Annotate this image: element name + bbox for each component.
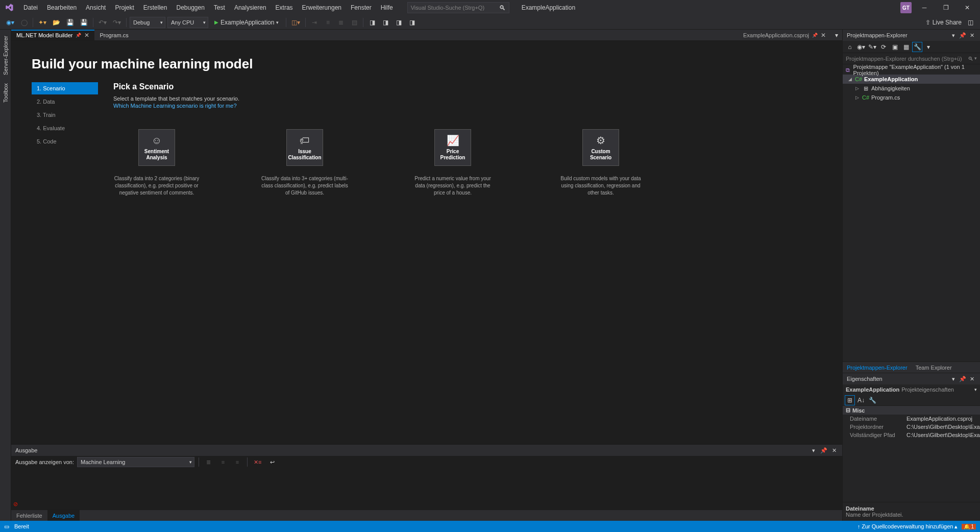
expand-icon[interactable]: ▷	[854, 95, 860, 100]
panel-close-icon[interactable]: ✕	[968, 375, 976, 383]
toolbar-bookmark-1[interactable]: ◨	[366, 17, 378, 28]
props-row-dateiname[interactable]: Dateiname ExampleApplication.csproj	[843, 415, 980, 423]
scenario-sentiment-card[interactable]: ☺ SentimentAnalysis	[138, 129, 175, 166]
feedback-button[interactable]: ◫	[965, 17, 976, 28]
run-button[interactable]: ▶ ExampleApplication ▾	[210, 17, 283, 28]
close-icon[interactable]: ✕	[84, 32, 89, 39]
redo-button[interactable]: ↷▾	[111, 17, 123, 28]
step-code[interactable]: 5. Code	[32, 135, 98, 148]
menu-erstellen[interactable]: Erstellen	[139, 2, 172, 13]
menu-erweiterungen[interactable]: Erweiterungen	[298, 2, 346, 13]
expand-icon[interactable]: ◢	[847, 77, 853, 82]
undo-button[interactable]: ↶▾	[96, 17, 109, 28]
nav-forward-button[interactable]: ◯	[18, 17, 30, 28]
toolbar-bookmark-4[interactable]: ◨	[406, 17, 418, 28]
props-alpha-icon[interactable]: A↓	[856, 395, 866, 405]
tab-solution-explorer[interactable]: Projektmappen-Explorer	[843, 362, 912, 373]
se-collapse-icon[interactable]: ▣	[890, 42, 900, 52]
server-explorer-tab[interactable]: Server-Explorer	[2, 32, 10, 79]
properties-subject-dropdown[interactable]: ExampleApplication Projekteigenschaften	[843, 384, 980, 395]
output-tb-1[interactable]: ≣	[203, 456, 214, 468]
panel-close-icon[interactable]: ✕	[968, 31, 976, 39]
se-home-icon[interactable]: ⌂	[845, 42, 855, 52]
se-preview-icon[interactable]: ▾	[923, 42, 934, 52]
output-clear-button[interactable]: ✕≡	[252, 456, 263, 468]
se-toggle-icon[interactable]: ◉▾	[856, 42, 866, 52]
menu-fenster[interactable]: Fenster	[347, 2, 376, 13]
panel-pin-icon[interactable]: 📌	[820, 446, 828, 454]
scenario-price-card[interactable]: 📈 PricePrediction	[434, 129, 471, 166]
menu-hilfe[interactable]: Hilfe	[377, 2, 397, 13]
close-icon[interactable]: ✕	[821, 32, 826, 39]
platform-dropdown[interactable]: Any CPU	[167, 17, 208, 28]
quick-search-input[interactable]: Visual Studio-Suche (Strg+Q) 🔍︎	[407, 2, 509, 13]
notifications-button[interactable]: 🔔 1	[962, 524, 976, 529]
toolbar-icon-1[interactable]: ◫▾	[289, 17, 302, 28]
maximize-button[interactable]: ❐	[937, 1, 954, 14]
toolbox-tab[interactable]: Toolbox	[2, 79, 10, 107]
nav-back-button[interactable]: ◉▾	[4, 17, 16, 28]
scenario-issue-card[interactable]: 🏷 IssueClassification	[286, 129, 323, 166]
pin-icon[interactable]: 📌	[76, 33, 81, 38]
tree-solution[interactable]: ⧉ Projektmappe "ExampleApplication" (1 v…	[843, 65, 980, 75]
props-row-projektordner[interactable]: Projektordner C:\Users\Gilbert\Desktop\E…	[843, 423, 980, 431]
step-evaluate[interactable]: 4. Evaluate	[32, 122, 98, 134]
panel-dropdown-icon[interactable]: ▾	[810, 446, 818, 454]
menu-ansicht[interactable]: Ansicht	[82, 2, 110, 13]
panel-pin-icon[interactable]: 📌	[959, 31, 967, 39]
save-button[interactable]: 💾	[64, 17, 76, 28]
tree-program-cs[interactable]: ▷ C# Program.cs	[843, 93, 980, 102]
live-share-button[interactable]: ⇪ Live Share	[925, 19, 962, 26]
tab-fehlerliste[interactable]: Fehlerliste	[11, 510, 47, 521]
toolbar-bookmark-3[interactable]: ◨	[393, 17, 404, 28]
save-all-button[interactable]: 💾	[78, 17, 90, 28]
toolbar-bookmark-2[interactable]: ◨	[380, 17, 391, 28]
menu-bearbeiten[interactable]: Bearbeiten	[43, 2, 81, 13]
props-row-vollstaendiger-pfad[interactable]: Vollständiger Pfad C:\Users\Gilbert\Desk…	[843, 431, 980, 439]
step-train[interactable]: 3. Train	[32, 109, 98, 121]
tab-program-cs[interactable]: Program.cs	[94, 30, 133, 40]
tab-team-explorer[interactable]: Team Explorer	[912, 362, 956, 373]
solution-search-input[interactable]: Projektmappen-Explorer durchsuchen (Strg…	[843, 53, 980, 64]
new-project-button[interactable]: ✦▾	[36, 17, 48, 28]
panel-dropdown-icon[interactable]: ▾	[949, 31, 958, 39]
tree-dependencies[interactable]: ▷ ⊞ Abhängigkeiten	[843, 84, 980, 93]
props-category-misc[interactable]: ⊟ Misc	[843, 406, 980, 415]
help-link[interactable]: Which Machine Learning scenario is right…	[113, 103, 822, 109]
props-wrench-icon[interactable]: 🔧	[867, 395, 877, 405]
output-wrap-button[interactable]: ↩	[266, 456, 278, 468]
menu-extras[interactable]: Extras	[272, 2, 297, 13]
source-control-button[interactable]: ↑ Zur Quellcodeverwaltung hinzufügen ▴	[857, 523, 958, 530]
config-dropdown[interactable]: Debug	[130, 17, 165, 28]
step-data[interactable]: 2. Data	[32, 95, 98, 108]
se-properties-icon[interactable]: 🔧	[912, 42, 922, 52]
close-button[interactable]: ✕	[959, 1, 976, 14]
se-sync-icon[interactable]: ⟳	[878, 42, 889, 52]
output-tb-3[interactable]: ≡	[232, 456, 243, 468]
pin-icon[interactable]: 📌	[812, 33, 818, 38]
panel-dropdown-icon[interactable]: ▾	[949, 375, 958, 383]
se-showall-icon[interactable]: ▦	[901, 42, 911, 52]
open-file-button[interactable]: 📂	[51, 17, 62, 28]
output-source-dropdown[interactable]: Machine Learning	[77, 457, 194, 467]
se-pending-icon[interactable]: ✎▾	[867, 42, 877, 52]
scenario-custom-card[interactable]: ⚙ CustomScenario	[582, 129, 619, 166]
tab-ausgabe[interactable]: Ausgabe	[47, 510, 80, 521]
output-tb-2[interactable]: ≡	[217, 456, 229, 468]
props-categorize-icon[interactable]: ⊞	[845, 395, 855, 405]
expand-icon[interactable]: ▷	[854, 86, 860, 91]
tab-csproj[interactable]: ExampleApplication.csproj 📌 ✕	[738, 32, 831, 39]
menu-datei[interactable]: Datei	[19, 2, 42, 13]
panel-pin-icon[interactable]: 📌	[959, 375, 967, 383]
tab-ml-builder[interactable]: ML.NET Model Builder 📌 ✕	[11, 30, 94, 40]
statusbar-window-icon[interactable]: ▭	[4, 523, 9, 530]
user-badge[interactable]: GT	[900, 2, 912, 13]
minimize-button[interactable]: ─	[916, 1, 933, 14]
tab-overflow-button[interactable]: ▾	[831, 30, 842, 41]
menu-debuggen[interactable]: Debuggen	[172, 2, 208, 13]
menu-analysieren[interactable]: Analysieren	[230, 2, 271, 13]
menu-projekt[interactable]: Projekt	[111, 2, 138, 13]
panel-close-icon[interactable]: ✕	[830, 446, 838, 454]
menu-test[interactable]: Test	[210, 2, 229, 13]
step-scenario[interactable]: 1. Scenario	[32, 82, 98, 94]
